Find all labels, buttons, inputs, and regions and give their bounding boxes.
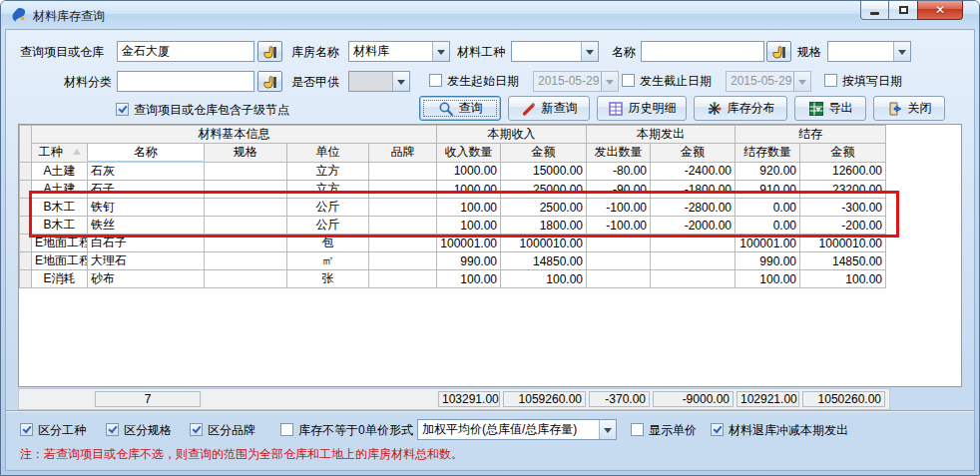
cell[interactable]: -1800.00 xyxy=(651,181,735,199)
stock-distribution-button[interactable]: 库存分布 xyxy=(694,96,787,121)
chevron-down-icon[interactable] xyxy=(601,72,618,91)
cell[interactable] xyxy=(205,217,287,235)
cell[interactable] xyxy=(369,199,437,217)
history-detail-button[interactable]: 历史明细 xyxy=(597,96,687,121)
cell[interactable]: -100.00 xyxy=(587,217,651,235)
cell[interactable]: -200.00 xyxy=(800,217,886,235)
query-button[interactable]: 查询 xyxy=(419,96,501,121)
cell[interactable]: 铁钉 xyxy=(88,199,205,217)
table-row[interactable]: B木工铁钉公斤100.002500.00-100.00-2800.000.00-… xyxy=(20,199,886,217)
end-date-select[interactable]: 2015-05-29 xyxy=(726,71,811,92)
row-indicator[interactable] xyxy=(20,181,32,199)
by-fill-date-checkbox[interactable] xyxy=(824,74,837,87)
cell[interactable] xyxy=(369,162,437,181)
table-row[interactable]: B木工铁丝公斤100.001800.00-100.00-2000.000.00-… xyxy=(20,217,886,235)
cell[interactable]: 23200.00 xyxy=(800,181,886,199)
cell[interactable]: -300.00 xyxy=(800,199,886,217)
column-header-spec[interactable]: 规格 xyxy=(205,144,287,163)
cell[interactable]: E地面工程 xyxy=(32,235,88,252)
column-header-issue-amount[interactable]: 金额 xyxy=(651,144,735,163)
cell[interactable]: 0.00 xyxy=(735,199,800,217)
chevron-down-icon[interactable] xyxy=(392,72,409,91)
cell[interactable]: 100.00 xyxy=(800,270,886,288)
start-date-select[interactable]: 2015-05-29 xyxy=(533,71,619,92)
distinguish-brand-checkbox[interactable] xyxy=(190,423,203,436)
cell[interactable]: 1800.00 xyxy=(501,217,587,235)
distinguish-trade-checkbox[interactable] xyxy=(20,423,33,436)
include-children-checkbox[interactable] xyxy=(116,103,129,116)
category-input[interactable] xyxy=(117,71,254,92)
table-row[interactable]: E地面工程大理石㎡990.0014850.00990.0014850.00 xyxy=(20,252,886,270)
cell[interactable]: B木工 xyxy=(32,199,88,217)
cell[interactable]: 920.00 xyxy=(735,162,800,181)
cell[interactable] xyxy=(369,181,437,199)
cell[interactable]: B木工 xyxy=(32,217,88,235)
cell[interactable] xyxy=(651,235,735,252)
cell[interactable]: 990.00 xyxy=(735,252,800,270)
cell[interactable]: 1000.00 xyxy=(437,162,501,181)
cell[interactable]: -80.00 xyxy=(587,162,651,181)
chevron-down-icon[interactable] xyxy=(793,72,810,91)
cell[interactable] xyxy=(205,252,287,270)
end-date-checkbox[interactable] xyxy=(622,74,635,87)
cell[interactable]: 14850.00 xyxy=(501,252,587,270)
name-input[interactable] xyxy=(641,41,764,62)
cell[interactable]: 公斤 xyxy=(287,217,369,235)
cell[interactable]: 公斤 xyxy=(287,199,369,217)
cell[interactable]: 包 xyxy=(287,235,369,252)
cell[interactable]: E消耗 xyxy=(32,270,88,288)
trade-select[interactable] xyxy=(511,41,599,62)
category-picker-button[interactable] xyxy=(257,71,282,92)
price-mode-select[interactable]: 加权平均价(总库值/总库存量) xyxy=(417,419,617,440)
row-indicator[interactable] xyxy=(20,162,32,181)
cell[interactable] xyxy=(369,270,437,288)
cell[interactable]: 砂布 xyxy=(88,270,205,288)
cell[interactable]: 大理石 xyxy=(88,252,205,270)
column-header-brand[interactable]: 品牌 xyxy=(369,144,437,163)
close-window-button[interactable]: 关闭 xyxy=(873,96,945,121)
row-indicator[interactable] xyxy=(20,270,32,288)
cell[interactable] xyxy=(651,270,735,288)
cell[interactable]: 石灰 xyxy=(88,162,205,181)
cell[interactable] xyxy=(587,252,651,270)
return-offset-checkbox[interactable] xyxy=(711,423,724,436)
cell[interactable]: -2800.00 xyxy=(651,199,735,217)
export-button[interactable]: 导出 xyxy=(794,96,866,121)
cell[interactable] xyxy=(369,235,437,252)
chevron-down-icon[interactable] xyxy=(599,420,616,439)
row-indicator[interactable] xyxy=(20,199,32,217)
stock-nonzero-checkbox[interactable] xyxy=(280,423,293,436)
project-input[interactable]: 金石大厦 xyxy=(117,41,254,62)
cell[interactable]: E地面工程 xyxy=(32,252,88,270)
distinguish-spec-checkbox[interactable] xyxy=(106,423,119,436)
cell[interactable]: 910.00 xyxy=(735,181,800,199)
cell[interactable]: 白石子 xyxy=(88,235,205,252)
cell[interactable]: 1000010.00 xyxy=(800,235,886,252)
table-row[interactable]: E消耗砂布张100.00100.00100.00100.00 xyxy=(20,270,886,288)
cell[interactable]: 1000.00 xyxy=(437,181,501,199)
row-indicator[interactable] xyxy=(20,217,32,235)
owner-supply-select[interactable] xyxy=(348,71,410,92)
cell[interactable]: A土建 xyxy=(32,181,88,199)
cell[interactable]: -2400.00 xyxy=(651,162,735,181)
cell[interactable] xyxy=(205,181,287,199)
warehouse-select[interactable]: 材料库 xyxy=(348,41,450,62)
cell[interactable] xyxy=(205,199,287,217)
cell[interactable] xyxy=(205,235,287,252)
start-date-checkbox[interactable] xyxy=(429,74,442,87)
minimize-button[interactable] xyxy=(860,1,889,20)
cell[interactable]: 14850.00 xyxy=(800,252,886,270)
spec-select[interactable] xyxy=(827,41,911,62)
column-header-balance-qty[interactable]: 结存数量 xyxy=(735,144,800,163)
column-header-income-amount[interactable]: 金额 xyxy=(501,144,587,163)
close-button[interactable]: ✕ xyxy=(917,1,963,20)
cell[interactable]: 铁丝 xyxy=(88,217,205,235)
table-row[interactable]: A土建石子立方1000.0025000.00-90.00-1800.00910.… xyxy=(20,181,886,199)
cell[interactable] xyxy=(205,270,287,288)
cell[interactable]: 100001.00 xyxy=(437,235,501,252)
chevron-down-icon[interactable] xyxy=(581,42,598,61)
cell[interactable]: 25000.00 xyxy=(501,181,587,199)
cell[interactable] xyxy=(587,235,651,252)
cell[interactable]: 12600.00 xyxy=(800,162,886,181)
cell[interactable]: -90.00 xyxy=(587,181,651,199)
